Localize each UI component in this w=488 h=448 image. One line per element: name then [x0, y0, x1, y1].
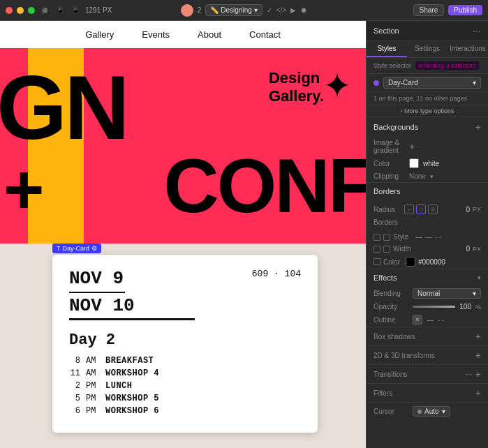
section-title: Section [374, 27, 399, 35]
borders-grid: Radius ⌐ □ ◎ 0 PX Borders [367, 200, 488, 231]
cursor-label: Cursor [374, 408, 408, 415]
borders-row: Borders [374, 216, 481, 228]
window-maximize-btn[interactable] [28, 7, 35, 14]
transforms-row: 2D & 3D transforms + [367, 346, 488, 365]
user-count: 2 [198, 6, 202, 14]
radius-icon-2[interactable]: □ [416, 204, 426, 214]
blending-chevron-icon: ▾ [473, 290, 476, 297]
top-bar: 🖥 📱 📱 1291 PX 2 ✏️ Designing ▾ ✓ </> ▶ ⏺… [0, 0, 488, 21]
opacity-unit: % [475, 304, 481, 311]
publish-button[interactable]: Publish [448, 5, 482, 15]
hero-logo-text-line2: Gallery. [269, 87, 324, 105]
sched-ampm-1: AM [86, 356, 100, 366]
borders-section: Borders Radius ⌐ □ ◎ 0 PX Borders [367, 183, 488, 269]
filters-add-icon[interactable]: + [475, 387, 481, 398]
border-style-checkbox2[interactable] [383, 234, 390, 241]
panel-section-header: Section ··· [367, 21, 488, 41]
color-label: Color [374, 160, 405, 167]
transforms-add-icon[interactable]: + [475, 350, 481, 361]
nav-events[interactable]: Events [142, 29, 170, 40]
opacity-slider[interactable] [413, 306, 455, 308]
tab-interactions[interactable]: Interactions [448, 41, 488, 57]
cursor-chevron-icon: ▾ [442, 408, 445, 415]
card-dates: NOV 9 NOV 10 [69, 269, 195, 329]
transitions-label: Transitions [374, 371, 408, 378]
card-location: 609 · 104 [252, 269, 301, 279]
image-gradient-add-icon[interactable]: + [409, 141, 415, 152]
hero-logo-text-line1: Design [269, 69, 324, 87]
effects-title-row[interactable]: Effects ▾ [367, 269, 488, 286]
card-area: 2023 T Day-Card ⚙ NOV 9 NOV 10 [0, 244, 366, 448]
window-minimize-btn[interactable] [17, 7, 24, 14]
publish-label: Publish [454, 6, 477, 14]
backgrounds-add-icon[interactable]: + [475, 121, 481, 133]
more-types-button[interactable]: › More type options [367, 105, 488, 117]
card-label-text: Day-Card [63, 245, 90, 252]
window-close-btn[interactable] [6, 7, 13, 14]
radius-icon-1[interactable]: ⌐ [404, 204, 414, 214]
share-button[interactable]: Share [413, 4, 445, 16]
nav-gallery[interactable]: Gallery [85, 29, 114, 40]
play-icon: ▶ [290, 6, 296, 14]
outline-dash2: - - [438, 316, 444, 324]
nav-contact[interactable]: Contact [249, 29, 281, 40]
sched-event-4: WORKSHOP 5 [105, 394, 159, 403]
page-info: 1 on this page, 11 on other pages [367, 92, 488, 105]
canvas-area[interactable]: Gallery Events About Contact GN + CONF D… [0, 21, 366, 448]
border-color-swatch[interactable] [406, 257, 415, 267]
border-width-checkbox[interactable] [374, 246, 380, 253]
backgrounds-title-row[interactable]: Backgrounds + [367, 117, 488, 137]
backgrounds-section: Backgrounds + Image & gradient + Color w… [367, 117, 488, 183]
sched-event-5: WORKSHOP 6 [105, 406, 159, 416]
schedule-list: 8 AM BREAKFAST 11 AM WORKSHOP 4 2 [69, 356, 301, 416]
site-header: Gallery Events About Contact [0, 21, 366, 48]
schedule-row-1: 8 AM BREAKFAST [69, 356, 301, 366]
tab-styles[interactable]: Styles [367, 41, 407, 57]
box-shadows-add-icon[interactable]: + [475, 331, 481, 342]
tab-settings[interactable]: Settings [407, 41, 448, 57]
sched-time-1: 8 [69, 356, 80, 366]
color-swatch-white[interactable] [409, 158, 419, 168]
hero-logo: Design Gallery. [269, 69, 324, 106]
tablet-icon: 📱 [54, 5, 66, 16]
transitions-dots-icon[interactable]: ··· [466, 369, 473, 379]
outline-clear-button[interactable]: ✕ [413, 315, 422, 324]
transitions-add-icon[interactable]: + [475, 368, 481, 380]
borders-title-row[interactable]: Borders [367, 183, 488, 200]
cursor-auto-dot [417, 410, 422, 414]
border-style-checkbox[interactable] [374, 234, 380, 241]
event-card[interactable]: NOV 9 NOV 10 609 · 104 Day 2 8 AM [52, 255, 318, 433]
style-label: Style [393, 233, 413, 241]
effects-section: Effects ▾ Blending Normal ▾ Opacity 100 … [367, 269, 488, 327]
top-bar-left: 🖥 📱 📱 1291 PX [6, 5, 175, 16]
nav-about[interactable]: About [198, 29, 221, 40]
panel-more-icon[interactable]: ··· [473, 25, 481, 36]
schedule-row-5: 6 PM WORKSHOP 6 [69, 406, 301, 416]
blending-dropdown[interactable]: Normal ▾ [413, 288, 481, 299]
outline-dash1: — [427, 316, 434, 324]
chevron-down-icon: ▾ [254, 6, 258, 14]
width-label: Width [393, 245, 413, 253]
effects-collapse-icon: ▾ [478, 274, 481, 281]
radius-label: Radius [374, 206, 401, 214]
borders-title: Borders [374, 187, 401, 195]
selector-dropdown[interactable]: Day-Card ▾ [383, 77, 481, 89]
border-color-checkbox[interactable] [374, 258, 380, 265]
selector-value: Day-Card [388, 79, 418, 87]
designing-mode-button[interactable]: ✏️ Designing ▾ [205, 4, 262, 16]
border-color-label: Color [383, 258, 403, 266]
sched-time-2: 11 [69, 368, 80, 378]
radius-icons: ⌐ □ ◎ [404, 204, 438, 214]
clipping-value[interactable]: None [409, 172, 426, 180]
border-width-row: Width 0 PX [367, 243, 488, 255]
px-display: 1291 PX [85, 6, 112, 14]
record-icon: ⏺ [300, 6, 307, 14]
sched-ampm-3: PM [86, 381, 100, 391]
style-selector-label: Style selector [374, 62, 411, 69]
radius-icon-3[interactable]: ◎ [428, 204, 438, 214]
cursor-dropdown[interactable]: Auto ▾ [413, 406, 450, 417]
border-width-checkbox2[interactable] [383, 246, 390, 253]
radius-px-unit: PX [473, 206, 481, 213]
border-color-row: Color #000000 [367, 255, 488, 269]
website-preview: Gallery Events About Contact GN + CONF D… [0, 21, 366, 448]
